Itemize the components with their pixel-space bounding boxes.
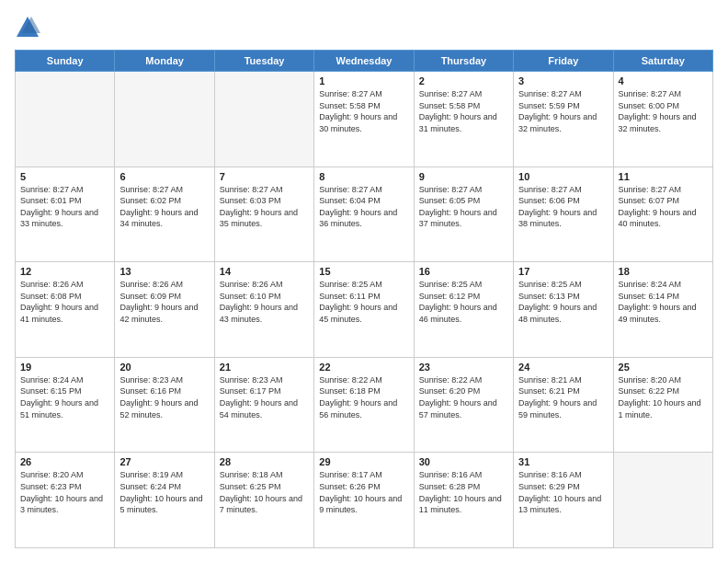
day-number: 24: [518, 362, 608, 373]
day-info: Sunrise: 8:27 AM Sunset: 6:05 PM Dayligh…: [419, 184, 508, 230]
day-info: Sunrise: 8:27 AM Sunset: 5:58 PM Dayligh…: [419, 88, 508, 134]
day-cell: 2Sunrise: 8:27 AM Sunset: 5:58 PM Daylig…: [414, 72, 513, 167]
weekday-wednesday: Wednesday: [314, 51, 414, 72]
day-number: 27: [119, 456, 209, 467]
day-cell: 24Sunrise: 8:21 AM Sunset: 6:21 PM Dayli…: [514, 357, 613, 453]
day-number: 26: [20, 456, 109, 467]
weekday-friday: Friday: [514, 51, 613, 72]
day-number: 18: [619, 266, 708, 277]
weekday-header-row: SundayMondayTuesdayWednesdayThursdayFrid…: [16, 51, 713, 72]
day-cell: 21Sunrise: 8:23 AM Sunset: 6:17 PM Dayli…: [214, 357, 313, 453]
day-number: 31: [518, 456, 608, 467]
day-info: Sunrise: 8:19 AM Sunset: 6:24 PM Dayligh…: [119, 469, 209, 515]
week-row-3: 19Sunrise: 8:24 AM Sunset: 6:15 PM Dayli…: [16, 357, 713, 453]
day-info: Sunrise: 8:27 AM Sunset: 6:00 PM Dayligh…: [619, 88, 708, 134]
day-number: 4: [619, 75, 708, 86]
day-number: 16: [419, 266, 508, 277]
day-cell: [16, 72, 115, 167]
day-number: 28: [220, 456, 309, 467]
day-cell: [613, 453, 712, 548]
page: SundayMondayTuesdayWednesdayThursdayFrid…: [0, 0, 728, 563]
day-cell: 12Sunrise: 8:26 AM Sunset: 6:08 PM Dayli…: [16, 262, 115, 358]
day-info: Sunrise: 8:27 AM Sunset: 6:04 PM Dayligh…: [319, 184, 408, 230]
day-info: Sunrise: 8:25 AM Sunset: 6:11 PM Dayligh…: [319, 279, 408, 325]
day-cell: 14Sunrise: 8:26 AM Sunset: 6:10 PM Dayli…: [214, 262, 313, 358]
day-cell: [115, 72, 214, 167]
day-info: Sunrise: 8:25 AM Sunset: 6:13 PM Dayligh…: [518, 279, 608, 325]
day-cell: 13Sunrise: 8:26 AM Sunset: 6:09 PM Dayli…: [115, 262, 214, 358]
day-number: 12: [20, 266, 109, 277]
weekday-monday: Monday: [115, 51, 214, 72]
day-info: Sunrise: 8:21 AM Sunset: 6:21 PM Dayligh…: [518, 374, 608, 420]
day-cell: 9Sunrise: 8:27 AM Sunset: 6:05 PM Daylig…: [414, 167, 513, 262]
day-number: 3: [518, 75, 608, 86]
day-number: 15: [319, 266, 408, 277]
week-row-0: 1Sunrise: 8:27 AM Sunset: 5:58 PM Daylig…: [16, 72, 713, 167]
calendar-table: SundayMondayTuesdayWednesdayThursdayFrid…: [15, 50, 713, 548]
header: [15, 15, 713, 40]
day-cell: 6Sunrise: 8:27 AM Sunset: 6:02 PM Daylig…: [115, 167, 214, 262]
day-info: Sunrise: 8:27 AM Sunset: 5:58 PM Dayligh…: [319, 88, 408, 134]
day-info: Sunrise: 8:27 AM Sunset: 6:03 PM Dayligh…: [220, 184, 309, 230]
week-row-1: 5Sunrise: 8:27 AM Sunset: 6:01 PM Daylig…: [16, 167, 713, 262]
day-cell: 15Sunrise: 8:25 AM Sunset: 6:11 PM Dayli…: [314, 262, 414, 358]
day-info: Sunrise: 8:26 AM Sunset: 6:08 PM Dayligh…: [20, 279, 109, 325]
day-cell: 1Sunrise: 8:27 AM Sunset: 5:58 PM Daylig…: [314, 72, 414, 167]
day-cell: 3Sunrise: 8:27 AM Sunset: 5:59 PM Daylig…: [514, 72, 613, 167]
weekday-thursday: Thursday: [414, 51, 513, 72]
day-cell: 11Sunrise: 8:27 AM Sunset: 6:07 PM Dayli…: [613, 167, 712, 262]
weekday-sunday: Sunday: [16, 51, 115, 72]
day-number: 14: [220, 266, 309, 277]
day-info: Sunrise: 8:23 AM Sunset: 6:16 PM Dayligh…: [119, 374, 209, 420]
day-number: 10: [518, 171, 608, 182]
day-info: Sunrise: 8:22 AM Sunset: 6:20 PM Dayligh…: [419, 374, 508, 420]
logo-icon: [15, 15, 40, 40]
day-cell: 7Sunrise: 8:27 AM Sunset: 6:03 PM Daylig…: [214, 167, 313, 262]
day-info: Sunrise: 8:20 AM Sunset: 6:22 PM Dayligh…: [619, 374, 708, 420]
day-info: Sunrise: 8:22 AM Sunset: 6:18 PM Dayligh…: [319, 374, 408, 420]
week-row-4: 26Sunrise: 8:20 AM Sunset: 6:23 PM Dayli…: [16, 453, 713, 548]
day-info: Sunrise: 8:27 AM Sunset: 6:02 PM Dayligh…: [119, 184, 209, 230]
day-cell: 17Sunrise: 8:25 AM Sunset: 6:13 PM Dayli…: [514, 262, 613, 358]
day-number: 11: [619, 171, 708, 182]
day-cell: [214, 72, 313, 167]
day-number: 20: [119, 362, 209, 373]
day-cell: 26Sunrise: 8:20 AM Sunset: 6:23 PM Dayli…: [16, 453, 115, 548]
day-cell: 16Sunrise: 8:25 AM Sunset: 6:12 PM Dayli…: [414, 262, 513, 358]
day-info: Sunrise: 8:24 AM Sunset: 6:15 PM Dayligh…: [20, 374, 109, 420]
day-number: 9: [419, 171, 508, 182]
day-number: 22: [319, 362, 408, 373]
day-cell: 28Sunrise: 8:18 AM Sunset: 6:25 PM Dayli…: [214, 453, 313, 548]
day-cell: 5Sunrise: 8:27 AM Sunset: 6:01 PM Daylig…: [16, 167, 115, 262]
day-cell: 18Sunrise: 8:24 AM Sunset: 6:14 PM Dayli…: [613, 262, 712, 358]
day-info: Sunrise: 8:26 AM Sunset: 6:10 PM Dayligh…: [220, 279, 309, 325]
day-number: 29: [319, 456, 408, 467]
day-number: 1: [319, 75, 408, 86]
day-info: Sunrise: 8:24 AM Sunset: 6:14 PM Dayligh…: [619, 279, 708, 325]
day-cell: 8Sunrise: 8:27 AM Sunset: 6:04 PM Daylig…: [314, 167, 414, 262]
day-cell: 20Sunrise: 8:23 AM Sunset: 6:16 PM Dayli…: [115, 357, 214, 453]
day-cell: 19Sunrise: 8:24 AM Sunset: 6:15 PM Dayli…: [16, 357, 115, 453]
day-number: 2: [419, 75, 508, 86]
day-info: Sunrise: 8:18 AM Sunset: 6:25 PM Dayligh…: [220, 469, 309, 515]
day-number: 5: [20, 171, 109, 182]
day-number: 21: [220, 362, 309, 373]
weekday-saturday: Saturday: [613, 51, 712, 72]
day-number: 13: [119, 266, 209, 277]
day-info: Sunrise: 8:27 AM Sunset: 6:07 PM Dayligh…: [619, 184, 708, 230]
day-cell: 22Sunrise: 8:22 AM Sunset: 6:18 PM Dayli…: [314, 357, 414, 453]
day-number: 30: [419, 456, 508, 467]
day-info: Sunrise: 8:17 AM Sunset: 6:26 PM Dayligh…: [319, 469, 408, 515]
day-number: 8: [319, 171, 408, 182]
day-number: 6: [119, 171, 209, 182]
day-number: 23: [419, 362, 508, 373]
day-info: Sunrise: 8:27 AM Sunset: 6:01 PM Dayligh…: [20, 184, 109, 230]
day-cell: 29Sunrise: 8:17 AM Sunset: 6:26 PM Dayli…: [314, 453, 414, 548]
day-info: Sunrise: 8:23 AM Sunset: 6:17 PM Dayligh…: [220, 374, 309, 420]
day-info: Sunrise: 8:27 AM Sunset: 6:06 PM Dayligh…: [518, 184, 608, 230]
day-cell: 10Sunrise: 8:27 AM Sunset: 6:06 PM Dayli…: [514, 167, 613, 262]
day-info: Sunrise: 8:16 AM Sunset: 6:29 PM Dayligh…: [518, 469, 608, 515]
day-number: 17: [518, 266, 608, 277]
day-cell: 25Sunrise: 8:20 AM Sunset: 6:22 PM Dayli…: [613, 357, 712, 453]
day-info: Sunrise: 8:26 AM Sunset: 6:09 PM Dayligh…: [119, 279, 209, 325]
